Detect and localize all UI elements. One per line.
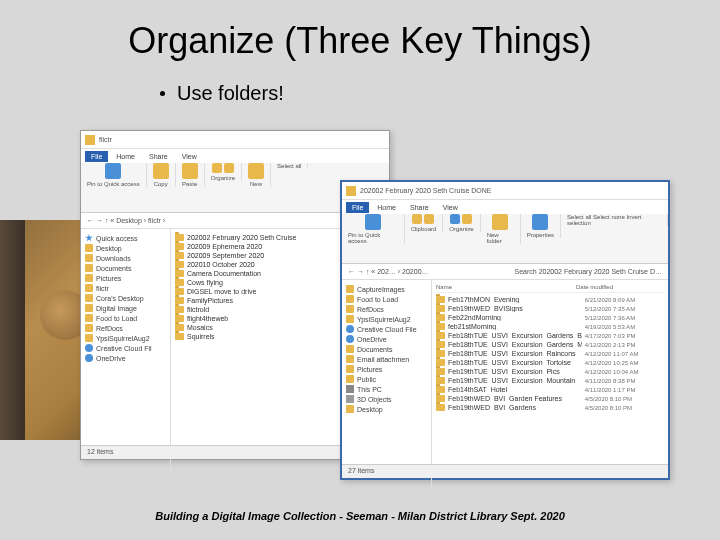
folder-name: Feb19thTUE_USVI_Excursion_Mountain — [448, 377, 582, 384]
sidebar-item[interactable]: flictr — [85, 283, 166, 293]
folder-icon — [175, 315, 184, 322]
folder-icon — [346, 305, 354, 313]
sidebar-item[interactable]: OneDrive — [85, 353, 166, 363]
drive-icon — [346, 395, 354, 403]
date-modified: 4/5/2020 8:10 PM — [585, 396, 664, 402]
sidebar-item[interactable]: Food to Load — [85, 313, 166, 323]
sidebar-label: This PC — [357, 386, 382, 393]
sidebar-item[interactable]: YpsiSquirrelAug2 — [346, 314, 427, 324]
folder-item[interactable]: Feb18thTUE_USVI_Excursion_Tortoise4/12/2… — [436, 358, 664, 367]
move-icon[interactable] — [450, 214, 460, 224]
sidebar-item[interactable]: RefDocs — [85, 323, 166, 333]
properties-icon[interactable] — [532, 214, 548, 230]
sidebar-item[interactable]: This PC — [346, 384, 427, 394]
sidebar-item[interactable]: RefDocs — [346, 304, 427, 314]
window-titlebar[interactable]: 202002 February 2020 Seth Cruise DONE — [342, 182, 668, 200]
folder-name: Cows flying — [187, 279, 223, 286]
tab-home[interactable]: Home — [371, 202, 402, 213]
sidebar-item[interactable]: CaptureImages — [346, 284, 427, 294]
copy-icon[interactable] — [412, 214, 422, 224]
tab-file[interactable]: File — [346, 202, 369, 213]
sidebar-label: YpsiSquirrelAug2 — [96, 335, 150, 342]
date-modified: 4/19/2020 5:53 AM — [585, 324, 664, 330]
bullet-item: Use folders! — [160, 82, 720, 105]
folder-icon — [85, 264, 93, 272]
breadcrumb[interactable]: ← → ↑ « 202… › 20200… Search 202002 Febr… — [342, 264, 668, 280]
sidebar-item[interactable]: 3D Objects — [346, 394, 427, 404]
folder-name: Feb18thTUE_USVI_Excursion_Raincons — [448, 350, 582, 357]
sidebar-item[interactable]: Email attachmen — [346, 354, 427, 364]
folder-name: Feb17thMON_Evening — [448, 296, 582, 303]
sidebar-label: Cora's Desktop — [96, 295, 144, 302]
sidebar-item[interactable]: Documents — [346, 344, 427, 354]
pin-icon[interactable] — [105, 163, 121, 179]
tab-view[interactable]: View — [437, 202, 464, 213]
folder-name: 202002 February 2020 Seth Cruise — [187, 234, 296, 241]
folder-icon — [85, 244, 93, 252]
sidebar-item[interactable]: Public — [346, 374, 427, 384]
folder-icon — [175, 324, 184, 331]
sidebar-item[interactable]: OneDrive — [346, 334, 427, 344]
tab-home[interactable]: Home — [110, 151, 141, 162]
folder-item[interactable]: Feb17thMON_Evening6/21/2020 8:09 AM — [436, 295, 664, 304]
folder-name: Camera Documentation — [187, 270, 261, 277]
paste-icon[interactable] — [182, 163, 198, 179]
folder-item[interactable]: Feb22ndMorning5/12/2020 7:36 AM — [436, 313, 664, 322]
tab-view[interactable]: View — [176, 151, 203, 162]
sidebar-item[interactable]: Documents — [85, 263, 166, 273]
date-modified: 4/11/2020 8:38 PM — [585, 378, 664, 384]
tab-share[interactable]: Share — [143, 151, 174, 162]
slide-title: Organize (Three Key Things) — [0, 0, 720, 62]
ribbon-group-organize: Organize — [443, 214, 480, 232]
sidebar-item[interactable]: Desktop — [85, 243, 166, 253]
tab-file[interactable]: File — [85, 151, 108, 162]
folder-icon — [85, 254, 93, 262]
sidebar-item[interactable]: Pictures — [85, 273, 166, 283]
folder-name: Feb19thTUE_USVI_Excursion_Pics — [448, 368, 582, 375]
sidebar-item[interactable]: Cora's Desktop — [85, 293, 166, 303]
folder-icon — [175, 252, 184, 259]
sidebar-item[interactable]: YpsiSquirrelAug2 — [85, 333, 166, 343]
folder-item[interactable]: feb21stMorning4/19/2020 5:53 AM — [436, 322, 664, 331]
sidebar-item[interactable]: Digital Image — [85, 303, 166, 313]
search-box[interactable]: Search 202002 February 2020 Seth Cruise … — [515, 268, 662, 275]
folder-item[interactable]: Feb19thTUE_USVI_Excursion_Pics4/12/2020 … — [436, 367, 664, 376]
move-icon[interactable] — [212, 163, 222, 173]
sidebar-item[interactable]: Food to Load — [346, 294, 427, 304]
delete-icon[interactable] — [224, 163, 234, 173]
folder-item[interactable]: Feb19thTUE_USVI_Excursion_Mountain4/11/2… — [436, 376, 664, 385]
column-headers[interactable]: Name Date modified — [436, 284, 664, 293]
window-titlebar[interactable]: flictr — [81, 131, 389, 149]
sidebar-label: Downloads — [96, 255, 131, 262]
copy-icon[interactable] — [153, 163, 169, 179]
folder-icon — [436, 386, 445, 393]
sidebar-label: OneDrive — [96, 355, 126, 362]
sidebar-item[interactable]: Creative Cloud File — [346, 324, 427, 334]
folder-item[interactable]: Feb19thWED_BVI_Garden Features4/5/2020 8… — [436, 394, 664, 403]
tab-share[interactable]: Share — [404, 202, 435, 213]
ribbon-group-select: Select all — [271, 163, 308, 169]
folder-item[interactable]: Feb18thTUE_USVI_Excursion_Gardens_Mornin… — [436, 340, 664, 349]
date-modified: 5/12/2020 7:35 AM — [585, 306, 664, 312]
folder-icon — [175, 261, 184, 268]
folder-item[interactable]: Feb18thTUE_USVI_Excursion_Raincons4/12/2… — [436, 349, 664, 358]
sidebar-item[interactable]: Creative Cloud Fil — [85, 343, 166, 353]
folder-item[interactable]: Feb14thSAT_Hotel4/11/2020 1:17 PM — [436, 385, 664, 394]
sidebar-item[interactable]: Pictures — [346, 364, 427, 374]
folder-item[interactable]: Feb18thTUE_USVI_Excursion_Gardens_Banaqu… — [436, 331, 664, 340]
copyto-icon[interactable] — [462, 214, 472, 224]
nav-sidebar: CaptureImagesFood to LoadRefDocsYpsiSqui… — [342, 280, 432, 492]
sidebar-label: Documents — [357, 346, 392, 353]
ribbon-tabs: File Home Share View — [81, 149, 389, 164]
pin-icon[interactable] — [365, 214, 381, 230]
paste-icon[interactable] — [424, 214, 434, 224]
ribbon-group-clipboard: Clipboard — [405, 214, 444, 232]
sidebar-item[interactable]: Downloads — [85, 253, 166, 263]
folder-item[interactable]: Feb19thWED_BVI_Gardens4/5/2020 8:10 PM — [436, 403, 664, 412]
sidebar-item[interactable]: Desktop — [346, 404, 427, 414]
breadcrumb-path: ← → ↑ « Desktop › flictr › — [87, 217, 165, 224]
new-folder-icon[interactable] — [492, 214, 508, 230]
new-folder-icon[interactable] — [248, 163, 264, 179]
folder-item[interactable]: Feb19thWED_BVISigns5/12/2020 7:35 AM — [436, 304, 664, 313]
sidebar-item[interactable]: Quick access — [85, 233, 166, 243]
